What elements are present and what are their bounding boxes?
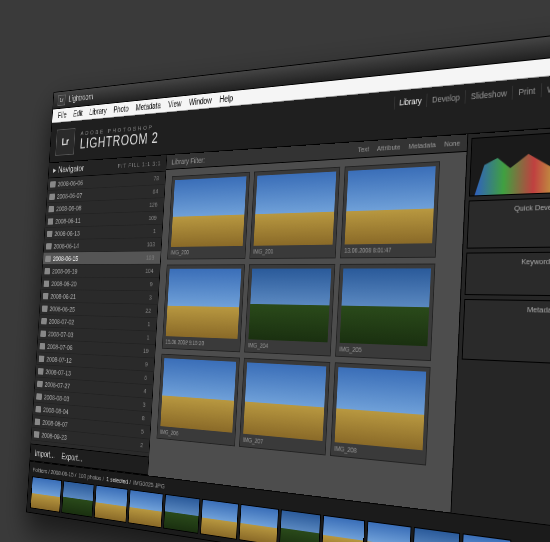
thumbnail-grid[interactable]: IMG_200IMG_20113.06.2008 8:01:4715.06.20… [148,152,467,513]
folder-name: 2008-06-19 [52,267,78,275]
folder-count: 22 [145,307,151,315]
folder-icon [41,318,47,324]
navigator-modes[interactable]: FIT FILL 1:1 3:1 [118,160,162,170]
thumb-caption: IMG_205 [339,346,427,356]
module-web[interactable]: Web [540,81,550,98]
menu-window[interactable]: Window [185,95,216,107]
menu-file[interactable]: File [54,110,70,120]
folder-count: 3 [142,401,145,409]
filmstrip-thumb[interactable] [412,526,460,542]
menu-help[interactable]: Help [215,93,237,104]
filmstrip-thumb[interactable] [163,494,200,534]
folder-count: 64 [153,188,159,196]
folder-count: 9 [145,360,148,368]
folder-icon [49,193,55,199]
folder-list[interactable]: 2008-06-06782008-06-07642008-06-08126200… [31,172,165,457]
folder-name: 2008-06-21 [50,292,76,300]
folder-count: 9 [150,280,153,288]
thumbnail[interactable]: 13.06.2008 8:01:47 [340,161,440,258]
filter-mode-metadata[interactable]: Metadata [408,140,436,150]
app-icon: Lr [57,94,65,106]
thumbnail[interactable]: IMG_201 [249,167,340,259]
folder-icon [47,230,53,236]
thumbnail[interactable]: IMG_205 [335,264,435,362]
navigator-title: ▸ Navigator [53,163,84,175]
filter-mode-text[interactable]: Text [358,145,370,154]
folder-count: 104 [145,267,154,274]
grid-area: Library Filter: TextAttributeMetadataNon… [148,134,467,512]
menu-view[interactable]: View [164,98,185,109]
filmstrip-thumb[interactable] [321,514,365,542]
module-develop[interactable]: Develop [426,90,465,107]
folder-count: 1 [147,320,150,328]
thumbnail[interactable]: IMG_200 [167,172,250,260]
folder-name: 2008-06-25 [49,304,75,313]
import-button[interactable]: Import... [35,448,56,459]
folder-name: 2008-06-13 [54,229,80,237]
folder-icon [50,181,56,187]
folder-count: 5 [141,428,144,436]
folder-name: 2008-06-15 [53,254,79,262]
folder-name: 2008-06-11 [55,216,81,225]
thumbnail[interactable]: IMG_208 [330,362,431,465]
filmstrip-thumb[interactable] [128,489,163,528]
thumbnail[interactable]: 15.06.2008 9:15:20 [162,264,245,352]
menu-photo[interactable]: Photo [110,104,133,115]
folder-icon [44,280,50,286]
thumb-image [335,367,427,450]
quick-develop-panel[interactable]: Quick Develop [467,197,550,249]
filmstrip-thumb[interactable] [30,476,62,512]
menu-library[interactable]: Library [86,106,111,117]
filmstrip-thumb[interactable] [366,520,412,542]
folder-icon [48,218,54,224]
folder-row[interactable]: 2008-06-15103 [43,251,161,265]
folder-name: 2008-06-20 [51,279,77,287]
folder-icon [35,405,41,412]
folder-icon [46,243,52,249]
thumb-caption: IMG_200 [170,249,242,256]
folder-count: 1 [153,227,156,235]
folder-icon [48,206,54,212]
folder-row[interactable]: 2008-06-19104 [42,265,160,278]
folder-row[interactable]: 2008-06-14103 [44,238,162,253]
filmstrip-thumb[interactable] [94,484,128,522]
thumb-image [254,172,337,246]
metadata-panel[interactable]: Metadata [462,299,550,364]
folder-count: 8 [142,414,145,422]
thumb-image [345,166,436,244]
folder-name: 2008-08-04 [43,405,69,415]
export-button[interactable]: Export... [61,451,83,462]
filmstrip-thumb[interactable] [239,503,279,542]
folder-count: 19 [143,347,149,355]
thumbnail[interactable]: IMG_207 [239,358,330,456]
keywording-header: Keywording [472,257,550,266]
keywording-panel[interactable]: Keywording [465,252,550,297]
folder-count: 109 [148,214,157,222]
module-print[interactable]: Print [512,83,541,99]
folder-count: 1 [147,334,150,342]
thumb-image [171,176,247,247]
menu-metadata[interactable]: Metadata [132,100,165,112]
folder-icon [42,305,48,311]
folder-name: 2008-08-03 [44,393,70,403]
module-library[interactable]: Library [394,94,427,110]
folder-name: 2008-06-07 [57,191,83,200]
folder-name: 2008-09-23 [41,431,67,442]
thumbnail[interactable]: IMG_206 [157,354,240,447]
histogram[interactable] [469,131,550,196]
folder-name: 2008-06-14 [53,242,79,250]
filter-mode-attribute[interactable]: Attribute [377,143,401,153]
filter-mode-none[interactable]: None [444,139,461,149]
filter-modes: TextAttributeMetadataNone [358,139,461,154]
folder-count: 4 [143,387,146,395]
module-slideshow[interactable]: Slideshow [465,86,513,104]
folder-icon [40,330,46,336]
thumb-image [243,362,326,441]
menu-edit[interactable]: Edit [70,108,87,118]
filmstrip-thumb[interactable] [200,498,238,539]
filmstrip-thumb[interactable] [61,480,94,517]
filmstrip-thumb[interactable] [279,509,321,542]
folder-icon [36,393,42,400]
thumbnail[interactable]: IMG_204 [244,264,335,357]
folder-icon [45,255,51,261]
